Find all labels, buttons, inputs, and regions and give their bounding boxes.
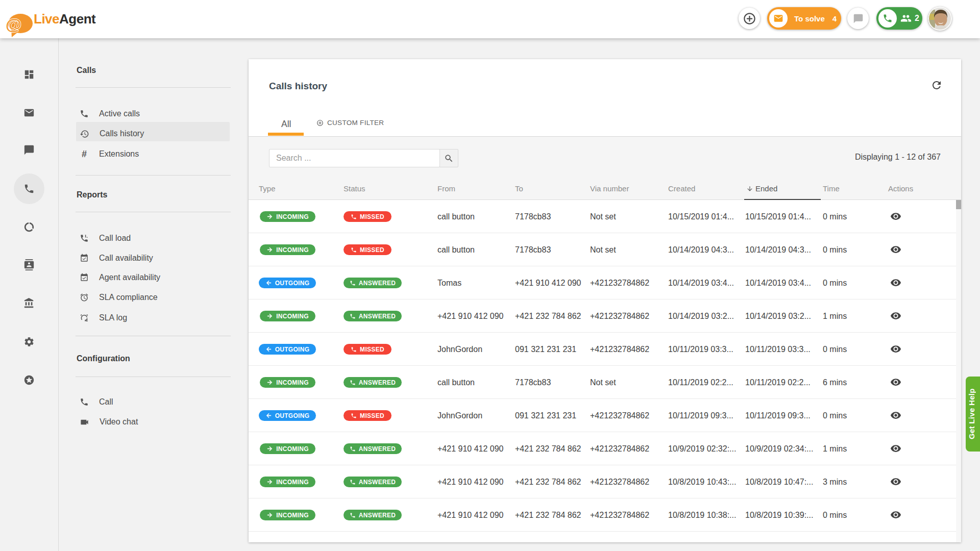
svg-text:@: @ (6, 15, 21, 34)
